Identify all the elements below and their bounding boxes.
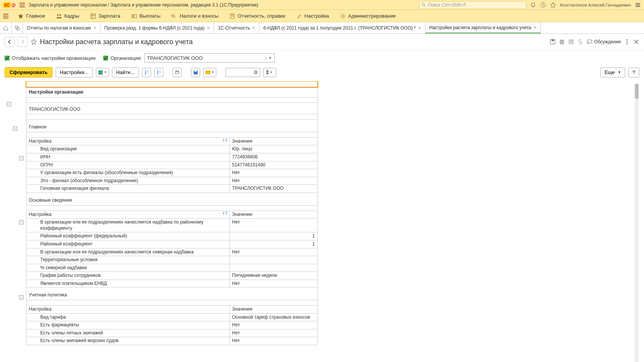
variants-button[interactable]: ▼: [96, 68, 109, 77]
tab-6ndfl[interactable]: 6-НДФЛ (с 2021 года) за 1 полугодие 2021…: [259, 22, 425, 33]
close-icon[interactable]: ✕: [93, 26, 96, 30]
outline-toggle[interactable]: −: [19, 220, 23, 224]
outline-toggle[interactable]: −: [7, 102, 11, 106]
org-checkbox-input[interactable]: [103, 56, 108, 61]
setting-cell[interactable]: Есть члены летных экипажей: [26, 329, 230, 337]
sigma-button[interactable]: Σ▼: [263, 68, 276, 77]
level-input[interactable]: [226, 68, 260, 77]
scrollbar-vertical[interactable]: [635, 84, 639, 362]
setting-cell[interactable]: График работы сотрудников: [26, 272, 230, 280]
setting-cell[interactable]: ИНН: [26, 153, 230, 161]
value-cell[interactable]: 1: [230, 240, 318, 248]
more-vertical-icon[interactable]: [624, 39, 630, 45]
value-cell[interactable]: Нет: [230, 337, 318, 345]
menu-vyplaty[interactable]: Выплаты: [127, 11, 165, 21]
save-icon[interactable]: [550, 39, 556, 45]
setting-cell[interactable]: Является плательщиком ЕНВД: [26, 280, 230, 288]
favorite-star-icon[interactable]: [31, 39, 37, 45]
global-search-input[interactable]: Поиск Ctrl+Shift+F: [419, 1, 526, 9]
history-icon[interactable]: [540, 2, 546, 8]
value-cell[interactable]: Нет: [230, 321, 318, 329]
close-icon[interactable]: ✕: [207, 26, 210, 30]
value-cell[interactable]: Основной тариф страховых взносов: [230, 313, 318, 321]
export-icon[interactable]: [568, 39, 574, 45]
link-icon[interactable]: [577, 39, 583, 45]
org-heading[interactable]: ТРАНСЛОГИСТИК ООО: [26, 102, 318, 114]
value-cell[interactable]: Нет: [230, 280, 318, 288]
setting-cell[interactable]: Есть члены экипажей морских судов: [26, 337, 230, 345]
setting-cell[interactable]: Вид организации: [26, 145, 230, 153]
star-icon[interactable]: [550, 2, 556, 8]
save-file-button[interactable]: [191, 68, 200, 77]
windows-tab-button[interactable]: [12, 22, 23, 33]
report-area[interactable]: − − − − − Настройки организации ТРАНСЛОГ…: [0, 81, 644, 362]
find-button[interactable]: Найти...: [112, 67, 139, 77]
outline-toggle[interactable]: −: [19, 156, 23, 160]
setting-cell[interactable]: ОГРН: [26, 161, 230, 169]
section-policy[interactable]: Учетная политика: [26, 288, 318, 300]
close-form-icon[interactable]: [633, 39, 639, 45]
nav-forward-button[interactable]: [18, 37, 28, 47]
section-basic[interactable]: Основные сведения: [26, 193, 318, 205]
col-value[interactable]: Значение: [230, 211, 318, 219]
outline-toggle[interactable]: −: [19, 295, 23, 299]
value-cell[interactable]: 1: [230, 232, 318, 240]
value-cell[interactable]: Пятидневная неделя: [230, 272, 318, 280]
menu-nalogi[interactable]: %Налоги и взносы: [166, 11, 223, 21]
col-setting[interactable]: Настройка: [26, 306, 230, 314]
discuss-button[interactable]: Обсуждение: [586, 39, 621, 45]
menu-admin[interactable]: Администрирование: [335, 11, 400, 21]
tab-1c-otchetnost[interactable]: 1С-Отчетность✕: [214, 22, 259, 33]
show-org-settings-checkbox[interactable]: Отображать настройки организации: [5, 55, 96, 61]
more-button[interactable]: Еще▼: [600, 67, 625, 77]
org-select[interactable]: ТРАНСЛОГИСТИК ООО ▼: [144, 53, 275, 63]
report-title[interactable]: Настройки организации: [26, 87, 318, 97]
value-cell[interactable]: Нет: [230, 219, 318, 232]
setting-cell[interactable]: Районный коэффициент: [26, 240, 230, 248]
col-value[interactable]: Значение: [230, 306, 318, 314]
main-menu-icon[interactable]: [20, 3, 25, 7]
close-icon[interactable]: ✕: [534, 25, 537, 30]
section-main[interactable]: Главное: [26, 120, 318, 132]
setting-cell[interactable]: Есть фармацевты: [26, 321, 230, 329]
menu-kadry[interactable]: Кадры: [51, 11, 84, 21]
setting-cell[interactable]: В организации или ее подразделениях начи…: [26, 248, 230, 256]
setting-cell[interactable]: Районный коэффициент (федеральный): [26, 232, 230, 240]
setting-cell[interactable]: У организации есть филиалы (обособленные…: [26, 169, 230, 177]
value-cell[interactable]: 7724938806: [230, 153, 318, 161]
sort-icon[interactable]: [222, 138, 228, 145]
expand-button[interactable]: [142, 68, 151, 77]
setting-cell[interactable]: В организации или ее подразделениях начи…: [26, 219, 230, 232]
value-cell[interactable]: [230, 264, 318, 272]
help-button[interactable]: ?: [628, 67, 639, 77]
menu-zarplata[interactable]: Зарплата: [86, 11, 125, 21]
selected-cell[interactable]: [26, 82, 318, 87]
menu-main[interactable]: Главное: [13, 11, 50, 21]
dropdown-icon[interactable]: ▼: [266, 56, 272, 60]
value-cell[interactable]: Нет: [230, 177, 318, 185]
print-button[interactable]: [173, 68, 182, 77]
tab-reports[interactable]: Отчеты по налогам и взносам✕: [23, 22, 100, 33]
col-setting[interactable]: Настройка: [26, 211, 230, 219]
email-button[interactable]: ▼: [203, 68, 216, 77]
col-setting[interactable]: Настройка: [26, 137, 230, 145]
close-icon[interactable]: ✕: [252, 26, 255, 30]
nav-back-button[interactable]: [5, 37, 15, 47]
value-cell[interactable]: [230, 256, 318, 264]
collapse-button[interactable]: [154, 68, 163, 77]
value-cell[interactable]: Нет: [230, 329, 318, 337]
setting-cell[interactable]: Вид тарифа: [26, 313, 230, 321]
value-cell[interactable]: Нет: [230, 248, 318, 256]
print-icon[interactable]: [559, 39, 565, 45]
setting-cell[interactable]: Территориальные условия: [26, 256, 230, 264]
outline-toggle[interactable]: −: [13, 127, 17, 131]
sections-menu-icon[interactable]: [3, 14, 8, 18]
setting-cell[interactable]: Это - филиал (обособленное подразделение…: [26, 177, 230, 185]
panel-icon[interactable]: [635, 2, 641, 8]
bell-icon[interactable]: [530, 2, 536, 8]
show-org-checkbox-input[interactable]: [5, 56, 10, 61]
close-icon[interactable]: ✕: [418, 26, 421, 30]
value-cell[interactable]: Нет: [230, 169, 318, 177]
sort-icon[interactable]: [222, 211, 228, 218]
scrollbar-thumb[interactable]: [635, 84, 639, 99]
